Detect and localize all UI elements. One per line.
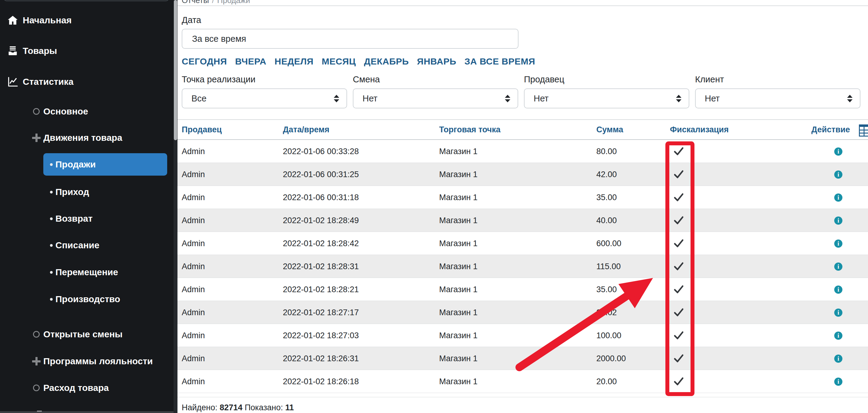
cell-amount: 115.00 — [596, 255, 621, 278]
cell-amount: 600.00 — [596, 232, 621, 255]
checkmark-icon — [673, 232, 684, 255]
filter-client-select[interactable]: Нет — [695, 88, 861, 108]
sidebar-item-transfer[interactable]: Перемещение — [43, 261, 167, 283]
quick-range-link[interactable]: ВЧЕРА — [235, 56, 266, 67]
column-header-fiscal[interactable]: Фискализация — [670, 120, 729, 139]
sidebar-item-goods-expense[interactable]: Расход товара — [0, 377, 169, 399]
select-caret-icon — [847, 95, 852, 102]
row-info-button[interactable]: i — [834, 370, 842, 393]
row-info-button[interactable]: i — [834, 209, 842, 232]
cell-store: Магазин 1 — [439, 347, 477, 370]
row-info-button[interactable]: i — [834, 255, 842, 278]
column-header-store[interactable]: Торговая точка — [439, 120, 501, 139]
sidebar-item-products[interactable]: Товары — [0, 40, 169, 62]
cell-datetime: 2022-01-06 00:33:28 — [283, 140, 359, 163]
row-info-button[interactable]: i — [834, 301, 842, 324]
column-header-action[interactable]: Действие — [811, 120, 850, 139]
quick-range-link[interactable]: ДЕКАБРЬ — [364, 56, 409, 67]
cell-datetime: 2022-01-02 18:26:18 — [283, 370, 359, 393]
cell-store: Магазин 1 — [439, 186, 477, 209]
quick-range-link[interactable]: СЕГОДНЯ — [182, 56, 227, 67]
table-row: Admin 2022-01-02 18:27:17 Магазин 1 25.0… — [178, 301, 868, 324]
row-info-button[interactable]: i — [834, 186, 842, 209]
info-icon[interactable]: i — [834, 378, 842, 386]
quick-range-link[interactable]: НЕДЕЛЯ — [274, 56, 313, 67]
row-info-button[interactable]: i — [834, 347, 842, 370]
table-row: Admin 2022-01-02 18:28:49 Магазин 1 40.0… — [178, 209, 868, 232]
cell-datetime: 2022-01-02 18:28:42 — [283, 232, 359, 255]
sidebar-item-home[interactable]: Начальная — [0, 9, 169, 31]
info-icon[interactable]: i — [834, 309, 842, 317]
footer-divider — [178, 397, 868, 397]
cell-store: Магазин 1 — [439, 140, 477, 163]
cell-store: Магазин 1 — [439, 301, 477, 324]
cell-datetime: 2022-01-02 18:28:31 — [283, 255, 359, 278]
info-icon[interactable]: i — [834, 355, 842, 363]
sidebar-item-statistics[interactable]: Статистика — [0, 70, 169, 93]
filter-seller-select[interactable]: Нет — [524, 88, 689, 108]
sidebar-item-sales[interactable]: Продажи — [43, 153, 167, 176]
cell-seller: Admin — [182, 324, 205, 347]
sidebar: Начальная Товары Статистика — [0, 0, 178, 413]
checkmark-icon — [673, 255, 684, 278]
sidebar-item-writeoff[interactable]: Списание — [43, 234, 167, 256]
info-icon[interactable]: i — [834, 193, 842, 202]
table-row: Admin 2022-01-06 00:33:28 Магазин 1 80.0… — [178, 140, 868, 163]
date-range-input[interactable]: За все время — [182, 29, 519, 49]
sidebar-item-main-stats[interactable]: Основное — [0, 100, 169, 123]
table-row: Admin 2022-01-02 18:28:31 Магазин 1 115.… — [178, 255, 868, 278]
table-body: Admin 2022-01-06 00:33:28 Магазин 1 80.0… — [178, 140, 868, 393]
sidebar-item-loyalty[interactable]: Программы лояльности — [0, 350, 169, 373]
breadcrumb-reports-link[interactable]: Отчеты — [182, 0, 209, 5]
info-icon[interactable]: i — [834, 240, 842, 248]
circle-icon — [32, 107, 41, 116]
cell-datetime: 2022-01-06 00:31:18 — [283, 186, 359, 209]
column-header-datetime[interactable]: Дата/время — [283, 120, 329, 139]
row-info-button[interactable]: i — [834, 324, 842, 347]
circle-icon — [32, 330, 41, 339]
row-info-button[interactable]: i — [834, 278, 842, 301]
bullet-icon — [50, 298, 53, 301]
row-info-button[interactable]: i — [834, 140, 842, 163]
sidebar-item-incoming[interactable]: Приход — [43, 181, 167, 203]
sidebar-item-returns[interactable]: Возврат — [43, 208, 167, 230]
info-icon[interactable]: i — [834, 286, 842, 294]
cell-datetime: 2022-01-02 18:26:31 — [283, 347, 359, 370]
info-icon[interactable]: i — [834, 331, 842, 340]
bullet-icon — [50, 271, 53, 274]
sidebar-scrollbar — [174, 0, 178, 413]
sidebar-item-open-shifts[interactable]: Открытые смены — [0, 323, 169, 346]
sidebar-scrollbar-thumb[interactable] — [174, 0, 177, 140]
table-grid-icon[interactable] — [859, 124, 868, 138]
filter-outlet-select[interactable]: Все — [182, 88, 347, 108]
quick-range-link[interactable]: МЕСЯЦ — [322, 56, 356, 67]
products-icon — [7, 45, 19, 57]
row-info-button[interactable]: i — [834, 163, 842, 186]
cell-datetime: 2022-01-02 18:28:21 — [283, 278, 359, 301]
filter-outlet: Точка реализации Все — [182, 74, 347, 108]
column-header-amount[interactable]: Сумма — [596, 120, 623, 139]
row-info-button[interactable]: i — [834, 232, 842, 255]
select-caret-icon — [676, 95, 681, 102]
filter-seller-label: Продавец — [524, 74, 689, 85]
table-row: Admin 2022-01-02 18:28:42 Магазин 1 600.… — [178, 232, 868, 255]
table-row: Admin 2022-01-02 18:26:31 Магазин 1 2000… — [178, 347, 868, 370]
found-label: Найдено: — [182, 403, 217, 412]
sidebar-item-goods-movement[interactable]: Движения товара — [0, 127, 169, 149]
cell-seller: Admin — [182, 140, 205, 163]
cell-seller: Admin — [182, 232, 205, 255]
column-header-seller[interactable]: Продавец — [182, 120, 222, 139]
info-icon[interactable]: i — [834, 148, 842, 156]
quick-range-link[interactable]: ЗА ВСЕ ВРЕМЯ — [464, 56, 535, 67]
info-icon[interactable]: i — [834, 170, 842, 179]
quick-range-link[interactable]: ЯНВАРЬ — [417, 56, 457, 67]
checkmark-icon — [673, 209, 684, 232]
sidebar-search-input[interactable] — [4, 0, 169, 1]
info-icon[interactable]: i — [834, 217, 842, 225]
cell-store: Магазин 1 — [439, 232, 477, 255]
filter-shift: Смена Нет — [353, 74, 518, 108]
sidebar-item-production[interactable]: Производство — [43, 288, 167, 310]
info-icon[interactable]: i — [834, 262, 842, 271]
filter-shift-select[interactable]: Нет — [353, 88, 518, 108]
checkmark-icon — [673, 140, 684, 163]
